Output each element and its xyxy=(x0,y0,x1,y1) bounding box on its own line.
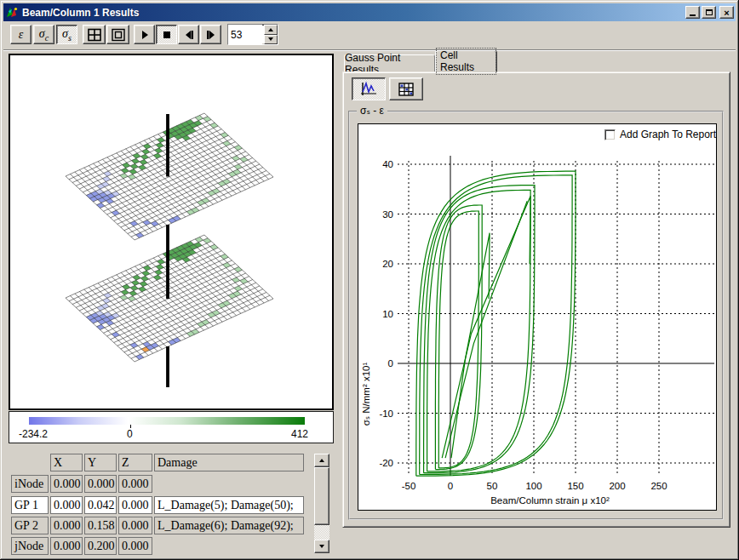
table-cell-x[interactable]: 0.000 xyxy=(50,475,83,493)
sigma-s-icon: σs xyxy=(62,27,72,43)
mesh-cell xyxy=(120,295,129,300)
mesh-cell xyxy=(156,143,164,148)
mesh-cell xyxy=(140,282,148,287)
mesh-cell xyxy=(104,293,112,298)
mesh-cell xyxy=(135,354,144,359)
table-cell-z[interactable]: 0.000 xyxy=(118,517,152,534)
mesh-cell xyxy=(234,146,242,151)
mesh-cell xyxy=(157,137,165,142)
mesh-cell xyxy=(130,221,138,226)
x-tick-label: 100 xyxy=(525,481,541,491)
table-header-cell: Damage xyxy=(154,454,304,471)
window-title: Beam/Column 1 Results xyxy=(22,7,684,19)
add-graph-label: Add Graph To Report xyxy=(620,129,716,140)
mesh-cell xyxy=(128,296,136,301)
mesh-cell xyxy=(153,153,162,158)
hysteresis-loop xyxy=(435,205,482,470)
table-scrollbar[interactable] xyxy=(314,454,329,553)
table-cell-y[interactable]: 0.042 xyxy=(84,496,117,514)
y-tick-label: 30 xyxy=(382,209,393,220)
chart-group-title: σₛ - ε xyxy=(357,105,387,117)
strain-mode-button[interactable]: ε xyxy=(10,25,32,44)
step-back-button[interactable] xyxy=(178,25,199,44)
scrollbar-thumb[interactable] xyxy=(314,467,329,525)
maximize-icon xyxy=(706,9,713,15)
damage-color-legend: -234.2 0 412 xyxy=(9,411,334,443)
table-cell-x[interactable]: 0.000 xyxy=(50,517,83,534)
mesh-cell xyxy=(234,164,242,169)
play-button[interactable] xyxy=(134,25,155,44)
table-cell-y[interactable]: 0.200 xyxy=(84,537,117,555)
step-forward-button[interactable] xyxy=(200,25,221,44)
table-cell-x[interactable]: 0.000 xyxy=(50,537,83,555)
mesh-cell xyxy=(140,276,149,281)
maximize-button[interactable] xyxy=(702,6,716,19)
mesh-3d-view[interactable] xyxy=(9,54,334,410)
stress-strain-chart: 403020100-10-20-50050100150200250Beam/Co… xyxy=(358,123,717,511)
graph-view-button[interactable] xyxy=(352,77,386,100)
y-tick-label: 10 xyxy=(382,309,393,319)
tab-cell-results[interactable]: Cell Results xyxy=(435,50,497,72)
legend-zero-value: 0 xyxy=(127,428,133,440)
tab-gauss-point-results[interactable]: Gauss Point Results xyxy=(344,54,435,72)
mesh-cell xyxy=(138,287,146,292)
table-cell-x[interactable]: 0.000 xyxy=(50,496,83,514)
close-button[interactable]: × xyxy=(719,6,734,19)
mesh-cell xyxy=(240,278,249,283)
x-tick-label: 50 xyxy=(487,481,498,491)
steel-stress-mode-button[interactable]: σs xyxy=(56,25,77,44)
mesh-cell xyxy=(133,275,141,280)
table-cell-damage[interactable]: L_Damage(6); Damage(92); xyxy=(154,517,304,534)
scroll-down-button[interactable] xyxy=(314,540,329,553)
split-view-button[interactable] xyxy=(83,25,106,44)
legend-min-value: -234.2 xyxy=(19,428,48,440)
table-cell-y[interactable]: 0.000 xyxy=(84,475,117,493)
table-cell-damage[interactable]: L_Damage(5); Damage(50); xyxy=(154,496,304,514)
table-row-label[interactable]: GP 2 xyxy=(11,517,49,534)
mesh-cell xyxy=(130,163,138,169)
table-cell-z[interactable]: 0.000 xyxy=(118,537,152,555)
mesh-cell xyxy=(240,157,249,162)
stop-icon xyxy=(161,29,173,41)
chart-plot: 403020100-10-20-50050100150200250Beam/Co… xyxy=(358,124,716,510)
table-row-label[interactable]: iNode xyxy=(11,475,49,493)
table-row-label[interactable]: GP 1 xyxy=(11,496,49,514)
fit-view-button[interactable] xyxy=(106,25,129,44)
table-header-cell: Z xyxy=(118,454,152,471)
mesh-cell xyxy=(142,271,151,276)
mesh-cell xyxy=(112,332,120,337)
reload-branch xyxy=(451,233,490,458)
hysteresis-loop xyxy=(416,171,576,476)
reload-branch xyxy=(445,201,527,458)
frame-number-field xyxy=(227,24,278,45)
add-graph-checkbox[interactable] xyxy=(604,129,616,140)
table-cell-y[interactable]: 0.158 xyxy=(84,517,117,534)
fit-view-icon xyxy=(111,27,126,43)
mesh-cell xyxy=(135,232,144,237)
concrete-stress-mode-button[interactable]: σc xyxy=(33,25,54,44)
mesh-cell xyxy=(138,165,146,170)
mesh-slab xyxy=(66,113,273,240)
table-view-button[interactable] xyxy=(389,77,423,100)
spin-down-button[interactable] xyxy=(264,35,278,45)
scroll-up-button[interactable] xyxy=(314,454,329,467)
spin-up-button[interactable] xyxy=(264,25,278,35)
minimize-button[interactable] xyxy=(685,6,700,19)
table-cell-z[interactable]: 0.000 xyxy=(118,475,152,493)
minimize-icon xyxy=(690,14,696,16)
table-header-cell: X xyxy=(50,454,83,471)
table-cell-z[interactable]: 0.000 xyxy=(118,496,152,514)
app-window: Beam/Column 1 Results × ε σc σs xyxy=(0,0,739,560)
x-tick-label: -50 xyxy=(402,481,416,491)
toolbar: ε σc σs xyxy=(3,22,736,49)
mesh-slab xyxy=(66,235,273,362)
frame-number-input[interactable] xyxy=(228,25,262,44)
table-row-label[interactable]: jNode xyxy=(11,537,49,555)
hysteresis-loop xyxy=(438,211,478,468)
mesh-cell xyxy=(133,153,141,158)
title-bar[interactable]: Beam/Column 1 Results × xyxy=(3,3,736,21)
mesh-cell xyxy=(195,116,203,121)
stop-button[interactable] xyxy=(156,25,177,44)
epsilon-icon: ε xyxy=(19,28,24,42)
mesh-cell xyxy=(203,238,212,243)
